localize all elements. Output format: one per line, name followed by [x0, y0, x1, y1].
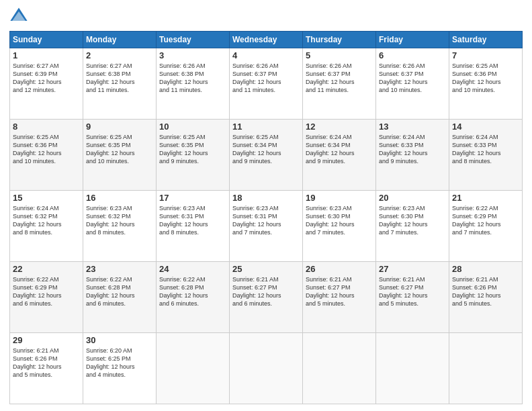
day-number: 20 [379, 193, 446, 203]
day-info: Sunrise: 6:24 AMSunset: 6:34 PMDaylight:… [306, 133, 373, 166]
day-info: Sunrise: 6:25 AMSunset: 6:34 PMDaylight:… [232, 133, 300, 166]
page: SundayMondayTuesdayWednesdayThursdayFrid… [0, 0, 532, 411]
day-number: 11 [232, 122, 300, 132]
day-info: Sunrise: 6:22 AMSunset: 6:29 PMDaylight:… [452, 204, 519, 237]
calendar-cell: 23 Sunrise: 6:22 AMSunset: 6:28 PMDaylig… [83, 262, 157, 333]
calendar-cell: 5 Sunrise: 6:26 AMSunset: 6:37 PMDayligh… [303, 48, 376, 120]
day-header-sunday: Sunday [10, 32, 83, 48]
day-info: Sunrise: 6:21 AMSunset: 6:27 PMDaylight:… [232, 275, 300, 308]
calendar-cell: 3 Sunrise: 6:26 AMSunset: 6:38 PMDayligh… [157, 48, 230, 120]
day-info: Sunrise: 6:25 AMSunset: 6:36 PMDaylight:… [452, 62, 519, 95]
day-info: Sunrise: 6:22 AMSunset: 6:29 PMDaylight:… [13, 275, 80, 308]
calendar-cell: 1 Sunrise: 6:27 AMSunset: 6:39 PMDayligh… [10, 48, 83, 120]
calendar-cell: 28 Sunrise: 6:21 AMSunset: 6:26 PMDaylig… [449, 262, 523, 333]
day-info: Sunrise: 6:25 AMSunset: 6:35 PMDaylight:… [159, 133, 226, 166]
day-number: 24 [159, 264, 226, 274]
day-number: 22 [13, 264, 80, 274]
calendar-cell: 22 Sunrise: 6:22 AMSunset: 6:29 PMDaylig… [10, 262, 83, 333]
day-info: Sunrise: 6:20 AMSunset: 6:25 PMDaylight:… [86, 347, 153, 379]
calendar-cell: 19 Sunrise: 6:23 AMSunset: 6:30 PMDaylig… [303, 191, 376, 262]
day-info: Sunrise: 6:22 AMSunset: 6:28 PMDaylight:… [159, 275, 226, 308]
calendar-cell: 26 Sunrise: 6:21 AMSunset: 6:27 PMDaylig… [303, 262, 376, 333]
day-number: 14 [452, 122, 519, 132]
day-header-monday: Monday [83, 32, 157, 48]
day-header-saturday: Saturday [449, 32, 523, 48]
day-number: 17 [159, 193, 226, 203]
calendar-cell: 12 Sunrise: 6:24 AMSunset: 6:34 PMDaylig… [303, 120, 376, 191]
day-number: 15 [13, 193, 80, 203]
day-header-thursday: Thursday [303, 32, 376, 48]
calendar-cell: 21 Sunrise: 6:22 AMSunset: 6:29 PMDaylig… [449, 191, 523, 262]
calendar-cell: 17 Sunrise: 6:23 AMSunset: 6:31 PMDaylig… [157, 191, 230, 262]
day-info: Sunrise: 6:21 AMSunset: 6:26 PMDaylight:… [452, 275, 519, 308]
day-number: 12 [306, 122, 373, 132]
day-info: Sunrise: 6:24 AMSunset: 6:33 PMDaylight:… [379, 133, 446, 166]
day-info: Sunrise: 6:21 AMSunset: 6:27 PMDaylight:… [379, 275, 446, 308]
day-info: Sunrise: 6:26 AMSunset: 6:38 PMDaylight:… [159, 62, 226, 95]
calendar-cell: 10 Sunrise: 6:25 AMSunset: 6:35 PMDaylig… [157, 120, 230, 191]
calendar-cell [303, 333, 376, 404]
day-number: 8 [13, 122, 80, 132]
day-number: 21 [452, 193, 519, 203]
calendar-cell: 9 Sunrise: 6:25 AMSunset: 6:35 PMDayligh… [83, 120, 157, 191]
day-info: Sunrise: 6:26 AMSunset: 6:37 PMDaylight:… [379, 62, 446, 95]
day-info: Sunrise: 6:26 AMSunset: 6:37 PMDaylight:… [232, 62, 300, 95]
day-info: Sunrise: 6:24 AMSunset: 6:33 PMDaylight:… [452, 133, 519, 166]
day-info: Sunrise: 6:27 AMSunset: 6:38 PMDaylight:… [86, 62, 153, 95]
header [9, 7, 523, 26]
calendar-cell: 30 Sunrise: 6:20 AMSunset: 6:25 PMDaylig… [83, 333, 157, 404]
calendar-cell: 13 Sunrise: 6:24 AMSunset: 6:33 PMDaylig… [376, 120, 449, 191]
day-info: Sunrise: 6:27 AMSunset: 6:39 PMDaylight:… [13, 62, 80, 95]
day-number: 5 [306, 50, 373, 60]
calendar-table: SundayMondayTuesdayWednesdayThursdayFrid… [9, 31, 523, 404]
day-number: 28 [452, 264, 519, 274]
day-info: Sunrise: 6:23 AMSunset: 6:30 PMDaylight:… [306, 204, 373, 237]
day-number: 25 [232, 264, 300, 274]
day-number: 23 [86, 264, 153, 274]
day-number: 9 [86, 122, 153, 132]
day-number: 27 [379, 264, 446, 274]
day-number: 2 [86, 50, 153, 60]
calendar-cell: 14 Sunrise: 6:24 AMSunset: 6:33 PMDaylig… [449, 120, 523, 191]
calendar-cell: 16 Sunrise: 6:23 AMSunset: 6:32 PMDaylig… [83, 191, 157, 262]
day-number: 10 [159, 122, 226, 132]
day-number: 6 [379, 50, 446, 60]
day-number: 18 [232, 193, 300, 203]
calendar-cell: 24 Sunrise: 6:22 AMSunset: 6:28 PMDaylig… [157, 262, 230, 333]
calendar-cell [449, 333, 523, 404]
day-info: Sunrise: 6:25 AMSunset: 6:36 PMDaylight:… [13, 133, 80, 166]
day-header-tuesday: Tuesday [157, 32, 230, 48]
day-number: 16 [86, 193, 153, 203]
day-number: 4 [232, 50, 300, 60]
calendar-cell [376, 333, 449, 404]
day-number: 1 [13, 50, 80, 60]
calendar-cell: 8 Sunrise: 6:25 AMSunset: 6:36 PMDayligh… [10, 120, 83, 191]
calendar-cell: 4 Sunrise: 6:26 AMSunset: 6:37 PMDayligh… [230, 48, 303, 120]
logo-icon [9, 7, 28, 26]
calendar-cell: 25 Sunrise: 6:21 AMSunset: 6:27 PMDaylig… [230, 262, 303, 333]
day-info: Sunrise: 6:26 AMSunset: 6:37 PMDaylight:… [306, 62, 373, 95]
day-info: Sunrise: 6:23 AMSunset: 6:31 PMDaylight:… [159, 204, 226, 237]
calendar-cell [230, 333, 303, 404]
day-number: 7 [452, 50, 519, 60]
day-number: 19 [306, 193, 373, 203]
calendar-cell: 27 Sunrise: 6:21 AMSunset: 6:27 PMDaylig… [376, 262, 449, 333]
day-number: 29 [13, 335, 80, 345]
day-info: Sunrise: 6:21 AMSunset: 6:27 PMDaylight:… [306, 275, 373, 308]
day-info: Sunrise: 6:22 AMSunset: 6:28 PMDaylight:… [86, 275, 153, 308]
calendar-cell: 20 Sunrise: 6:23 AMSunset: 6:30 PMDaylig… [376, 191, 449, 262]
day-number: 3 [159, 50, 226, 60]
day-info: Sunrise: 6:23 AMSunset: 6:32 PMDaylight:… [86, 204, 153, 237]
day-info: Sunrise: 6:21 AMSunset: 6:26 PMDaylight:… [13, 347, 80, 379]
day-number: 30 [86, 335, 153, 345]
day-info: Sunrise: 6:25 AMSunset: 6:35 PMDaylight:… [86, 133, 153, 166]
calendar-cell: 2 Sunrise: 6:27 AMSunset: 6:38 PMDayligh… [83, 48, 157, 120]
day-number: 26 [306, 264, 373, 274]
day-header-friday: Friday [376, 32, 449, 48]
calendar-cell: 7 Sunrise: 6:25 AMSunset: 6:36 PMDayligh… [449, 48, 523, 120]
calendar-cell: 6 Sunrise: 6:26 AMSunset: 6:37 PMDayligh… [376, 48, 449, 120]
day-number: 13 [379, 122, 446, 132]
day-info: Sunrise: 6:24 AMSunset: 6:32 PMDaylight:… [13, 204, 80, 237]
calendar-cell: 18 Sunrise: 6:23 AMSunset: 6:31 PMDaylig… [230, 191, 303, 262]
calendar-cell: 15 Sunrise: 6:24 AMSunset: 6:32 PMDaylig… [10, 191, 83, 262]
